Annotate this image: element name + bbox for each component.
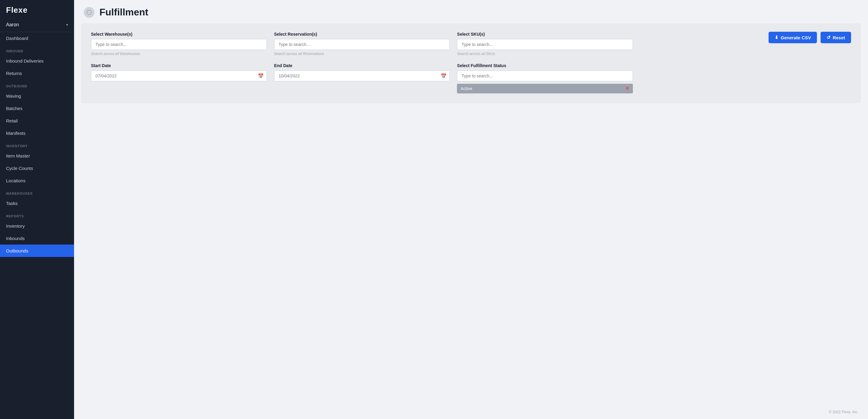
start-date-wrapper: 📅: [91, 70, 267, 81]
sidebar-item-item-master[interactable]: Item Master: [0, 150, 74, 162]
active-status-tag: Active ✕: [457, 84, 633, 93]
sidebar-section-outbound: OUTBOUND: [0, 80, 74, 90]
active-status-label: Active: [461, 86, 472, 91]
warehouse-hint: Search across all Warehouses: [91, 52, 267, 56]
warehouse-label: Select Warehouse(s): [91, 32, 267, 37]
fulfillment-status-filter-group: Select Fulfillment Status Active ✕: [457, 63, 633, 93]
sidebar-section-inbound: INBOUND: [0, 44, 74, 55]
page-title: Fulfillment: [99, 7, 148, 18]
sidebar-item-outbounds-report[interactable]: Outbounds: [0, 245, 74, 257]
reset-icon: ↺: [827, 35, 831, 40]
page-header: Fulfillment: [74, 0, 868, 23]
filter-row-1: Select Warehouse(s) Search across all Wa…: [91, 32, 851, 56]
fulfillment-status-label: Select Fulfillment Status: [457, 63, 633, 68]
svg-point-0: [87, 10, 92, 14]
sidebar-item-waving[interactable]: Waving: [0, 90, 74, 102]
reset-button[interactable]: ↺ Reset: [820, 32, 851, 43]
sku-label: Select SKU(s): [457, 32, 633, 37]
user-menu[interactable]: Aaron ▾: [0, 19, 74, 32]
remove-active-status-button[interactable]: ✕: [625, 86, 629, 91]
reservation-input[interactable]: [274, 39, 450, 50]
sidebar-item-retail[interactable]: Retail: [0, 115, 74, 127]
sidebar-item-inventory-report[interactable]: Inventory: [0, 220, 74, 232]
reservation-filter-group: Select Reservation(s) Search across all …: [274, 32, 450, 56]
sidebar-item-inbound-deliveries[interactable]: Inbound Deliveries: [0, 55, 74, 67]
generate-csv-button[interactable]: ⬇ Generate CSV: [769, 32, 817, 43]
sidebar-item-cycle-counts[interactable]: Cycle Counts: [0, 162, 74, 174]
sidebar: Flexe Aaron ▾ Dashboard INBOUND Inbound …: [0, 0, 74, 419]
page-header-icon: [84, 7, 95, 18]
user-name: Aaron: [6, 22, 19, 28]
sidebar-item-dashboard[interactable]: Dashboard: [0, 32, 74, 44]
warehouse-input[interactable]: [91, 39, 267, 50]
filter-actions: ⬇ Generate CSV ↺ Reset: [640, 32, 851, 43]
sidebar-section-inventory: INVENTORY: [0, 139, 74, 150]
start-date-input[interactable]: [91, 70, 267, 81]
sidebar-item-tasks[interactable]: Tasks: [0, 197, 74, 210]
sku-filter-group: Select SKU(s) Search across all SKUs: [457, 32, 633, 56]
reservation-hint: Search across all Reservations: [274, 52, 450, 56]
end-date-filter-group: End Date 📅: [274, 63, 450, 81]
sidebar-item-locations[interactable]: Locations: [0, 174, 74, 187]
end-date-label: End Date: [274, 63, 450, 68]
sidebar-item-manifests[interactable]: Manifests: [0, 127, 74, 139]
sku-input[interactable]: [457, 39, 633, 50]
sidebar-item-batches[interactable]: Batches: [0, 102, 74, 115]
end-date-wrapper: 📅: [274, 70, 450, 81]
download-icon: ⬇: [775, 35, 779, 40]
sidebar-item-inbounds-report[interactable]: Inbounds: [0, 232, 74, 245]
fulfillment-status-input[interactable]: [457, 70, 633, 81]
sidebar-section-reports: REPORTS: [0, 210, 74, 220]
footer-copyright: © 2022 Flexe, Inc.: [74, 405, 868, 419]
start-date-filter-group: Start Date 📅: [91, 63, 267, 81]
start-date-label: Start Date: [91, 63, 267, 68]
sidebar-section-warehouses: WAREHOUSES: [0, 187, 74, 197]
warehouse-filter-group: Select Warehouse(s) Search across all Wa…: [91, 32, 267, 56]
filter-card: Select Warehouse(s) Search across all Wa…: [81, 23, 861, 103]
sku-hint: Search across all SKUs: [457, 52, 633, 56]
sidebar-item-returns[interactable]: Returns: [0, 67, 74, 80]
filter-row-2: Start Date 📅 End Date 📅 Select Fulfillme…: [91, 63, 851, 93]
reservation-label: Select Reservation(s): [274, 32, 450, 37]
main-content: Fulfillment Select Warehouse(s) Search a…: [74, 0, 868, 419]
app-logo: Flexe: [0, 0, 74, 19]
chevron-down-icon: ▾: [66, 23, 68, 27]
end-date-input[interactable]: [274, 70, 450, 81]
